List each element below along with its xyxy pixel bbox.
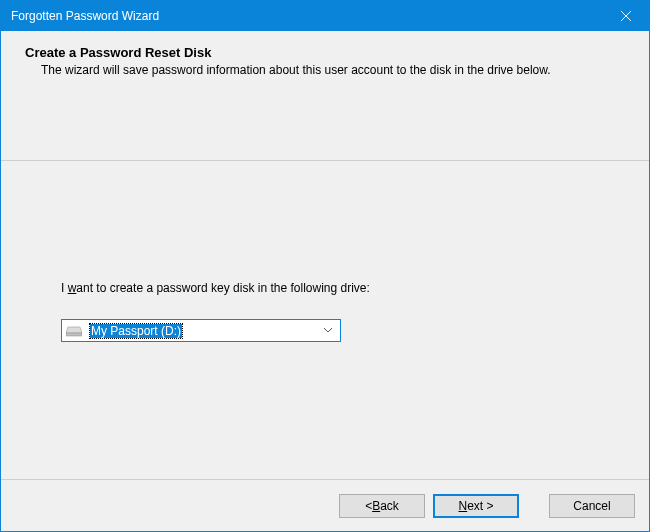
svg-marker-2	[66, 327, 82, 333]
window-title: Forgotten Password Wizard	[11, 9, 159, 23]
wizard-description: The wizard will save password informatio…	[25, 62, 625, 78]
close-icon	[621, 11, 631, 21]
close-button[interactable]	[603, 1, 649, 31]
wizard-body: I want to create a password key disk in …	[1, 161, 649, 479]
back-button[interactable]: < Back	[339, 494, 425, 518]
wizard-header: Create a Password Reset Disk The wizard …	[1, 31, 649, 161]
drive-prompt: I want to create a password key disk in …	[61, 281, 589, 295]
next-button[interactable]: Next >	[433, 494, 519, 518]
wizard-footer: < Back Next > Cancel	[1, 479, 649, 531]
drive-select[interactable]: My Passport (D:)	[61, 319, 341, 342]
wizard-heading: Create a Password Reset Disk	[25, 45, 625, 60]
svg-rect-3	[66, 333, 82, 336]
prompt-suffix: ant to create a password key disk in the…	[76, 281, 369, 295]
drive-selected-value: My Passport (D:)	[88, 323, 320, 339]
titlebar: Forgotten Password Wizard	[1, 1, 649, 31]
drive-icon	[66, 325, 82, 337]
wizard-window: Forgotten Password Wizard Create a Passw…	[0, 0, 650, 532]
chevron-down-icon	[320, 328, 336, 333]
cancel-button[interactable]: Cancel	[549, 494, 635, 518]
prompt-prefix: I	[61, 281, 68, 295]
